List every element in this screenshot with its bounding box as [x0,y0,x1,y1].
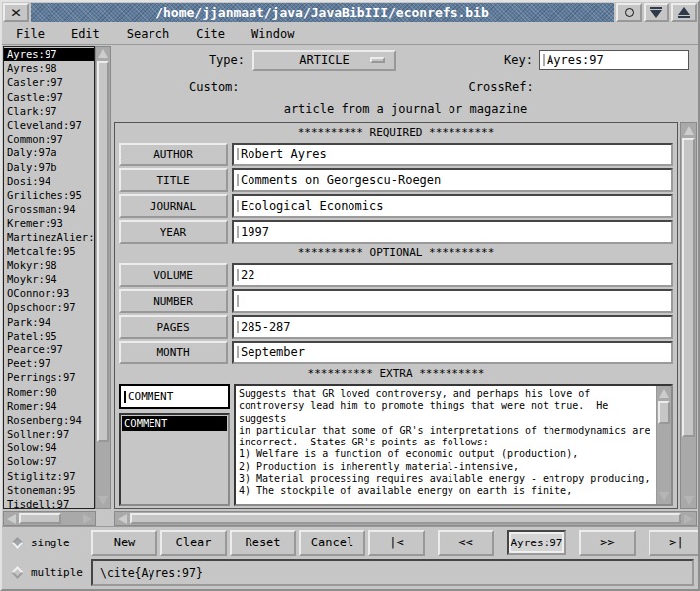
reference-list-item[interactable]: Dosi:94 [4,174,94,188]
field-input[interactable]: Robert Ayres [232,143,673,166]
reference-list-item[interactable]: Solow:94 [4,441,94,454]
scroll-up-arrow[interactable] [657,386,671,401]
reference-list-item[interactable]: Stoneman:95 [4,483,94,497]
field-label-button[interactable]: PAGES [119,315,228,339]
reference-list-item[interactable]: Solow:97 [4,454,94,468]
reference-list-item[interactable]: Opschoor:97 [4,300,94,314]
reference-list-item[interactable]: Grossman:94 [4,202,94,216]
reference-list-item[interactable]: Perrings:97 [4,370,94,384]
scrollbar-thumb[interactable] [19,513,61,524]
field-input[interactable]: Ecological Economics [232,194,673,218]
reference-list-item[interactable]: Tisdell:97 [4,497,94,509]
scroll-right-arrow[interactable] [80,512,95,525]
scrollbar-track[interactable] [657,401,671,489]
menu-item[interactable]: File [16,27,45,41]
scrollbar-track[interactable] [96,61,110,493]
window-title[interactable]: /home/jjanmaat/java/JavaBibIII/econrefs.… [31,3,614,22]
close-button[interactable]: ✕ [3,3,29,22]
reference-list-item[interactable]: Casler:97 [4,75,94,89]
extra-field-name-input[interactable]: COMMENT [119,384,230,409]
reference-list-item[interactable]: Daly:97b [4,160,94,174]
reference-list-item[interactable]: OConnor:93 [4,286,94,300]
scroll-down-arrow[interactable] [681,493,696,508]
iconify-button[interactable] [644,3,669,22]
reference-list-item[interactable]: Patel:95 [4,329,94,343]
fields-panel-vscrollbar[interactable] [680,122,697,509]
action-button[interactable]: Cancel [299,530,365,556]
field-input[interactable]: Comments on Georgescu-Roegen [232,168,673,192]
reference-list-item[interactable]: Moykr:94 [4,272,94,286]
reference-list-item[interactable]: Rosenberg:94 [4,413,94,427]
scroll-left-arrow[interactable] [4,512,19,525]
reference-list-item[interactable]: Common:97 [4,132,94,146]
reference-list-item[interactable]: Griliches:95 [4,188,94,202]
scroll-right-arrow[interactable] [681,512,696,525]
extra-text-vscrollbar[interactable] [656,386,671,504]
reference-list-item[interactable]: Cleveland:97 [4,118,94,132]
reference-list-item[interactable]: Castle:97 [4,90,94,104]
menu-circle-button[interactable] [616,3,642,22]
maximize-button[interactable] [671,3,697,22]
radio-diamond-icon[interactable] [11,537,24,549]
field-input[interactable]: September [232,341,673,364]
nav-prev-button[interactable]: << [438,530,494,556]
scrollbar-track[interactable] [681,138,696,493]
radio-diamond-icon[interactable] [11,566,24,579]
key-input[interactable]: Ayres:97 [539,50,689,70]
reference-list-vscrollbar[interactable] [95,46,111,509]
reference-list-item[interactable]: Ayres:98 [4,61,94,75]
nav-current-entry[interactable]: Ayres:97 [507,530,566,555]
extra-field-list-item[interactable]: COMMENT [122,416,227,431]
action-button[interactable]: New [91,530,157,556]
reference-list-item[interactable]: MartinezAlier:9 [4,230,94,244]
extra-text-content[interactable]: Suggests that GR loved controversy, and … [236,386,656,504]
field-label-button[interactable]: AUTHOR [119,143,228,166]
extra-text-area[interactable]: Suggests that GR loved controversy, and … [234,384,673,506]
scroll-left-arrow[interactable] [115,512,130,525]
menu-item[interactable]: Search [127,27,169,41]
reference-list-item[interactable]: Romer:90 [4,385,94,399]
action-button[interactable]: Clear [160,530,227,556]
scroll-up-arrow[interactable] [681,123,696,138]
reference-list-item[interactable]: Park:94 [4,315,94,329]
nav-last-button[interactable]: >| [649,530,700,556]
extra-field-list[interactable]: COMMENT [119,413,230,506]
reference-list-item[interactable]: Peet:97 [4,356,94,370]
reference-list-item[interactable]: Daly:97a [4,146,94,159]
scrollbar-track[interactable] [19,512,80,525]
reference-list-item[interactable]: Stiglitz:97 [4,469,94,483]
scrollbar-thumb[interactable] [97,61,109,442]
reference-list[interactable]: Ayres:97Ayres:98Casler:97Castle:97Clark:… [3,46,95,509]
reference-list-item[interactable]: Mokyr:98 [4,258,94,272]
field-label-button[interactable]: JOURNAL [119,194,228,218]
field-label-button[interactable]: YEAR [119,220,228,244]
field-input[interactable]: 285-287 [232,315,673,339]
scrollbar-thumb[interactable] [682,138,695,437]
scroll-down-arrow[interactable] [657,489,671,504]
reference-list-item[interactable]: Pearce:97 [4,343,94,356]
field-input[interactable]: 22 [232,263,673,287]
scrollbar-track[interactable] [130,512,681,525]
fields-panel-hscrollbar[interactable] [114,511,697,526]
nav-next-button[interactable]: >> [579,530,636,556]
menu-item[interactable]: Cite [196,27,225,41]
scrollbar-thumb[interactable] [130,513,681,524]
field-label-button[interactable]: NUMBER [119,289,228,313]
scroll-down-arrow[interactable] [96,493,110,508]
reference-list-hscrollbar[interactable] [3,511,96,526]
scrollbar-thumb[interactable] [658,401,670,424]
field-input[interactable]: 1997 [232,220,673,244]
field-label-button[interactable]: VOLUME [119,263,228,287]
reference-list-item[interactable]: Metcalfe:95 [4,245,94,258]
field-input[interactable] [232,289,673,313]
menu-item[interactable]: Window [251,27,294,41]
reference-list-item[interactable]: Clark:97 [4,104,94,118]
reference-list-item[interactable]: Kremer:93 [4,216,94,230]
reference-list-item[interactable]: Sollner:97 [4,427,94,441]
reference-list-item[interactable]: Ayres:97 [4,48,94,61]
scroll-up-arrow[interactable] [96,47,110,61]
cite-mode-single[interactable]: single [4,537,91,549]
cite-output-field[interactable]: \cite{Ayres:97} [91,559,694,586]
cite-mode-multiple[interactable]: multiple [4,566,91,579]
nav-first-button[interactable]: |< [368,530,425,556]
